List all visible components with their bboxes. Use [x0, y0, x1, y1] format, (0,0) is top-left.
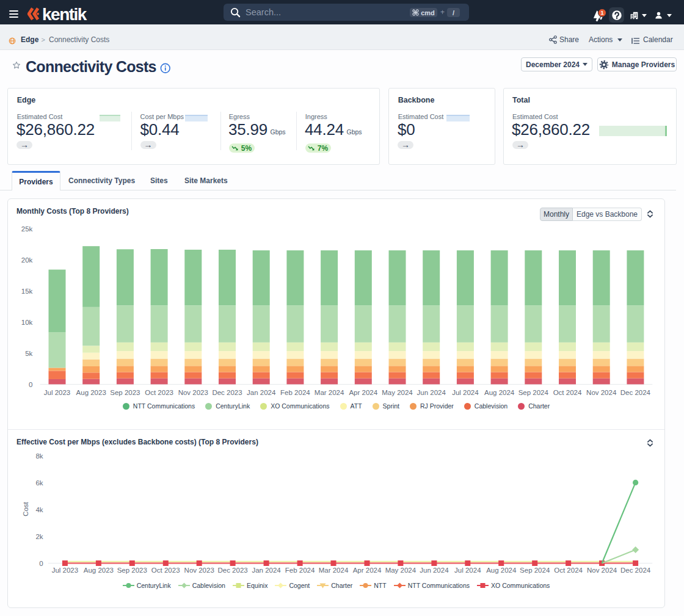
svg-text:Jan 2024: Jan 2024 — [247, 389, 276, 396]
svg-text:Sep 2023: Sep 2023 — [110, 389, 140, 396]
svg-text:0: 0 — [39, 560, 43, 567]
svg-text:Jun 2024: Jun 2024 — [420, 567, 449, 574]
svg-text:25k: 25k — [21, 225, 33, 233]
svg-text:0: 0 — [29, 381, 32, 388]
svg-text:15k: 15k — [21, 288, 33, 295]
svg-text:Oct 2023: Oct 2023 — [151, 567, 180, 574]
svg-text:Jul 2024: Jul 2024 — [452, 389, 479, 396]
svg-text:Sep 2024: Sep 2024 — [520, 567, 550, 574]
svg-text:Sep 2024: Sep 2024 — [518, 389, 549, 396]
svg-text:6k: 6k — [35, 479, 43, 487]
svg-text:Nov 2023: Nov 2023 — [184, 567, 214, 574]
svg-text:Apr 2024: Apr 2024 — [349, 389, 377, 396]
svg-text:Jul 2023: Jul 2023 — [52, 567, 78, 574]
svg-text:Dec 2024: Dec 2024 — [620, 567, 651, 574]
svg-text:Jun 2024: Jun 2024 — [417, 389, 446, 396]
svg-text:Nov 2024: Nov 2024 — [587, 567, 617, 574]
svg-text:Nov 2023: Nov 2023 — [178, 389, 208, 396]
svg-text:Sep 2023: Sep 2023 — [117, 567, 147, 574]
svg-text:10k: 10k — [21, 319, 33, 326]
svg-text:Aug 2023: Aug 2023 — [84, 567, 114, 574]
svg-text:Dec 2024: Dec 2024 — [620, 389, 651, 396]
svg-text:Aug 2024: Aug 2024 — [486, 567, 517, 574]
svg-text:Mar 2024: Mar 2024 — [315, 389, 344, 396]
svg-text:Jul 2023: Jul 2023 — [44, 389, 70, 396]
svg-text:Feb 2024: Feb 2024 — [285, 567, 315, 574]
svg-text:8k: 8k — [35, 452, 43, 460]
svg-text:Jan 2024: Jan 2024 — [252, 567, 281, 574]
svg-text:Aug 2024: Aug 2024 — [484, 389, 515, 396]
svg-text:Cost: Cost — [22, 501, 29, 516]
svg-text:Nov 2024: Nov 2024 — [586, 389, 617, 396]
svg-text:5k: 5k — [25, 350, 32, 357]
svg-text:4k: 4k — [35, 506, 43, 513]
svg-text:May 2024: May 2024 — [382, 389, 413, 396]
svg-text:Dec 2023: Dec 2023 — [212, 389, 242, 396]
svg-text:Jul 2024: Jul 2024 — [454, 567, 481, 574]
svg-text:Oct 2024: Oct 2024 — [553, 389, 582, 396]
svg-text:Dec 2023: Dec 2023 — [217, 567, 247, 574]
svg-text:Aug 2023: Aug 2023 — [76, 389, 106, 396]
svg-text:Feb 2024: Feb 2024 — [280, 389, 310, 396]
svg-text:Mar 2024: Mar 2024 — [319, 567, 349, 574]
svg-text:May 2024: May 2024 — [385, 567, 417, 574]
svg-text:Oct 2024: Oct 2024 — [554, 567, 583, 574]
svg-text:2k: 2k — [35, 533, 43, 540]
svg-text:20k: 20k — [21, 256, 33, 264]
svg-text:Oct 2023: Oct 2023 — [145, 389, 173, 396]
svg-text:Apr 2024: Apr 2024 — [353, 567, 382, 574]
